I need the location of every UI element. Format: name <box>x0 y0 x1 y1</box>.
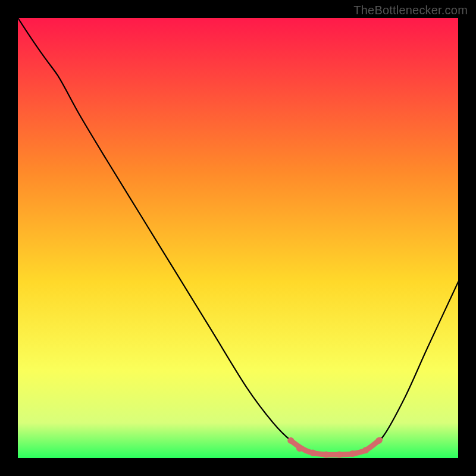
watermark-text: TheBottlenecker.com <box>353 4 468 17</box>
optimal-marker-dot <box>287 437 294 444</box>
optimal-marker-dot <box>296 445 303 452</box>
optimal-marker-dot <box>375 437 382 444</box>
plot-area <box>18 18 458 458</box>
optimal-marker-dot <box>336 452 343 458</box>
chart-svg <box>18 18 458 458</box>
optimal-marker-dot <box>309 450 316 456</box>
optimal-marker-dot <box>349 450 356 457</box>
optimal-marker-dot <box>362 447 369 453</box>
chart-container: TheBottlenecker.com <box>0 0 476 476</box>
optimal-marker-dot <box>323 452 330 458</box>
gradient-background <box>18 18 458 458</box>
